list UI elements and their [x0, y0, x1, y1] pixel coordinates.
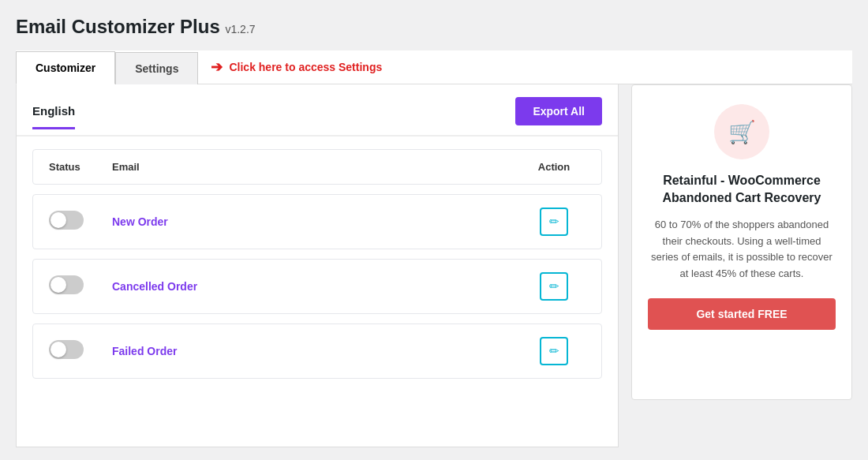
- edit-button-cancelled-order[interactable]: ✏: [540, 272, 568, 301]
- edit-button-failed-order[interactable]: ✏: [540, 337, 568, 365]
- language-tab-row: English Export All: [17, 84, 618, 137]
- main-layout: English Export All Status Email Action N…: [16, 84, 852, 447]
- email-name-cell-1: New Order: [112, 215, 522, 229]
- table-row: New Order ✏: [32, 194, 602, 249]
- table-header: Status Email Action: [32, 149, 602, 185]
- action-cell-3: ✏: [522, 337, 586, 365]
- status-cell-1: [49, 211, 112, 233]
- status-cell-3: [49, 340, 112, 362]
- toggle-failed-order[interactable]: [49, 340, 84, 359]
- promo-description: 60 to 70% of the shoppers abandoned thei…: [648, 217, 836, 282]
- tab-settings[interactable]: Settings: [115, 52, 198, 84]
- email-link-failed-order[interactable]: Failed Order: [112, 345, 177, 357]
- table-row: Failed Order ✏: [32, 323, 602, 379]
- col-header-status: Status: [49, 161, 112, 173]
- language-tab-english[interactable]: English: [32, 104, 75, 129]
- tabs-bar: Customizer Settings ➔ Click here to acce…: [16, 50, 852, 84]
- table-row: Cancelled Order ✏: [32, 259, 602, 314]
- action-cell-1: ✏: [522, 208, 586, 236]
- edit-icon: ✏: [549, 344, 559, 358]
- email-name-cell-2: Cancelled Order: [112, 279, 522, 294]
- page-title: Email Customizer Plus v1.2.7: [16, 16, 852, 38]
- toggle-new-order[interactable]: [49, 211, 84, 230]
- cart-icon: 🛒: [728, 119, 756, 145]
- col-header-action: Action: [522, 161, 586, 173]
- arrow-icon: ➔: [211, 58, 223, 76]
- email-rows: New Order ✏ Cancelled Order: [17, 194, 618, 395]
- promo-title: Retainful - WooCommerce Abandoned Cart R…: [648, 172, 836, 208]
- action-cell-2: ✏: [522, 272, 586, 301]
- email-link-cancelled-order[interactable]: Cancelled Order: [112, 280, 197, 293]
- status-cell-2: [49, 275, 112, 297]
- settings-hint: ➔ Click here to access Settings: [211, 58, 382, 76]
- tab-customizer[interactable]: Customizer: [16, 51, 115, 84]
- edit-icon: ✏: [549, 215, 559, 229]
- toggle-cancelled-order[interactable]: [49, 275, 84, 294]
- email-name-cell-3: Failed Order: [112, 344, 522, 358]
- get-started-button[interactable]: Get started FREE: [648, 298, 836, 330]
- col-header-email: Email: [112, 161, 522, 173]
- email-link-new-order[interactable]: New Order: [112, 215, 168, 228]
- right-panel: 🛒 Retainful - WooCommerce Abandoned Cart…: [631, 84, 852, 400]
- export-all-button[interactable]: Export All: [515, 97, 602, 125]
- promo-icon-circle: 🛒: [714, 104, 769, 159]
- left-panel: English Export All Status Email Action N…: [16, 84, 619, 447]
- edit-icon: ✏: [549, 279, 559, 294]
- edit-button-new-order[interactable]: ✏: [540, 208, 568, 236]
